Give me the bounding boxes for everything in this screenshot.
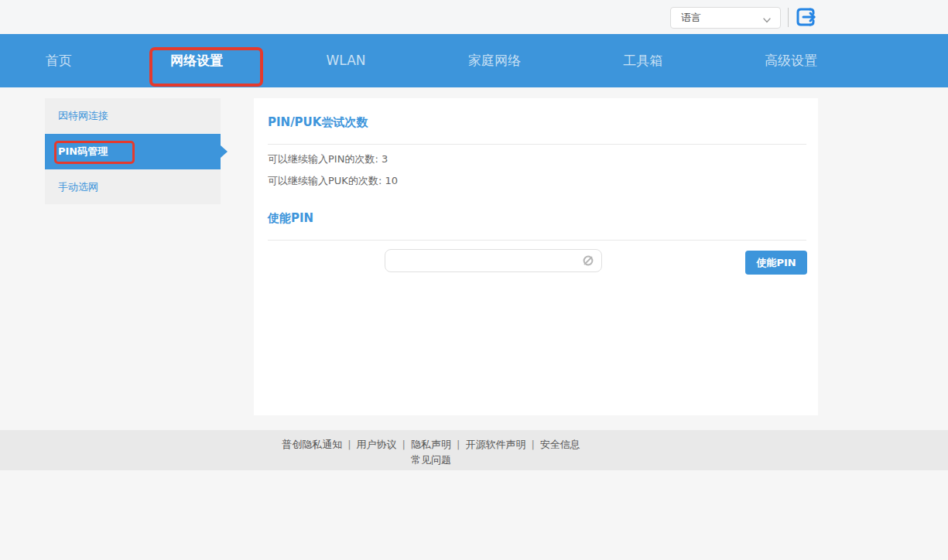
pin-input[interactable] xyxy=(385,249,602,272)
chevron-down-icon xyxy=(761,12,772,23)
logout-icon[interactable] xyxy=(794,5,819,29)
sidebar-item-internet-connection[interactable]: 因特网连接 xyxy=(45,98,221,134)
nav-item-advanced-settings[interactable]: 高级设置 xyxy=(765,34,817,87)
sidebar-item-label: PIN码管理 xyxy=(58,145,108,157)
header-divider xyxy=(788,8,789,27)
sidebar: 因特网连接 PIN码管理 手动选网 xyxy=(45,98,221,205)
footer: 普创隐私通知|用户协议|隐私声明|开源软件声明|安全信息 常见问题 xyxy=(0,430,948,470)
divider xyxy=(268,240,806,241)
footer-link-faq[interactable]: 常见问题 xyxy=(411,454,451,466)
footer-separator: | xyxy=(402,439,406,450)
divider xyxy=(268,144,806,145)
footer-link-privacy-statement[interactable]: 隐私声明 xyxy=(411,439,451,450)
content-card: PIN/PUK尝试次数 可以继续输入PIN的次数: 3 可以继续输入PUK的次数… xyxy=(254,98,818,415)
footer-links-row: 普创隐私通知|用户协议|隐私声明|开源软件声明|安全信息 xyxy=(0,437,862,452)
sidebar-item-label: 因特网连接 xyxy=(58,110,108,121)
top-header-bar: 语言 xyxy=(0,0,948,34)
sidebar-item-label: 手动选网 xyxy=(58,181,98,193)
sidebar-item-manual-network-select[interactable]: 手动选网 xyxy=(45,169,221,205)
attempts-section-title: PIN/PUK尝试次数 xyxy=(268,115,368,130)
footer-link-open-source[interactable]: 开源软件声明 xyxy=(465,439,525,450)
pin-attempts-remaining-text: 可以继续输入PIN的次数: 3 xyxy=(268,152,388,166)
main-nav-bar: 首页 网络设置 WLAN 家庭网络 工具箱 高级设置 xyxy=(0,34,948,87)
pin-input-wrap xyxy=(385,249,602,272)
footer-link-user-agreement[interactable]: 用户协议 xyxy=(357,439,397,450)
footer-links-block: 普创隐私通知|用户协议|隐私声明|开源软件声明|安全信息 常见问题 xyxy=(0,437,862,467)
language-dropdown[interactable]: 语言 xyxy=(670,7,781,29)
nav-item-wlan[interactable]: WLAN xyxy=(326,34,365,87)
footer-separator: | xyxy=(531,439,534,450)
nav-item-network-settings[interactable]: 网络设置 xyxy=(170,34,223,87)
enable-pin-button[interactable]: 使能PIN xyxy=(745,251,807,275)
nav-item-home[interactable]: 首页 xyxy=(46,34,72,87)
footer-separator: | xyxy=(457,439,460,450)
eye-off-icon[interactable] xyxy=(581,254,595,268)
language-dropdown-label: 语言 xyxy=(681,12,701,23)
nav-item-toolbox[interactable]: 工具箱 xyxy=(624,34,663,87)
footer-separator: | xyxy=(347,439,351,450)
footer-link-privacy-notice[interactable]: 普创隐私通知 xyxy=(282,439,342,450)
enable-pin-section-title: 使能PIN xyxy=(268,211,313,226)
puk-attempts-remaining-text: 可以继续输入PUK的次数: 10 xyxy=(268,174,398,188)
footer-link-security-info[interactable]: 安全信息 xyxy=(540,439,580,450)
sidebar-item-pin-management[interactable]: PIN码管理 xyxy=(45,134,221,169)
nav-item-home-network[interactable]: 家庭网络 xyxy=(468,34,521,87)
